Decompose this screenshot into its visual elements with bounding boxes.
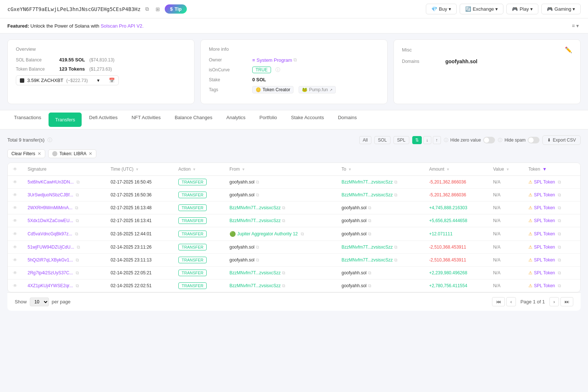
action-filter-icon[interactable]: ▼ <box>192 167 196 171</box>
tab-stake-accounts[interactable]: Stake Accounts <box>284 110 331 129</box>
from-link[interactable]: Jupiter Aggregator Authority 12 <box>237 231 298 236</box>
from-copy-icon[interactable]: ⧉ <box>301 231 304 236</box>
to-link[interactable]: BzzMNvfm7T...zvsisxcSzz <box>342 257 393 263</box>
tab-transactions[interactable]: Transactions <box>7 110 48 129</box>
token-link[interactable]: SPL Token <box>534 218 555 223</box>
sig-copy-icon[interactable]: ⧉ <box>76 218 79 223</box>
hide-zero-toggle-switch[interactable] <box>483 137 495 143</box>
from-copy-icon[interactable]: ⧉ <box>256 257 259 263</box>
next-page-button[interactable]: › <box>549 297 559 306</box>
row-eye-icon[interactable]: 👁 <box>13 283 17 288</box>
to-link[interactable]: BzzMNvfm7T...zvsisxcSzz <box>342 245 393 250</box>
token-filter-x-icon[interactable]: ✕ <box>89 151 92 156</box>
to-link[interactable]: BzzMNvfm7T...zvsisxcSzz <box>342 179 393 185</box>
misc-edit-button[interactable]: ✏️ <box>565 46 572 53</box>
featured-link[interactable]: Solscan Pro API V2. <box>101 23 144 29</box>
from-link[interactable]: BzzMNvfm7T...zvsisxcSzz <box>229 205 281 210</box>
clear-filters-tag[interactable]: Clear Filters ✕ <box>7 149 45 158</box>
tab-portfolio[interactable]: Portfolio <box>253 110 284 129</box>
sort-up-button[interactable]: ↑ <box>433 136 441 144</box>
from-filter-icon[interactable]: ▼ <box>242 167 245 171</box>
from-link[interactable]: BzzMNvfm7T...zvsisxcSzz <box>229 270 281 275</box>
to-copy-icon[interactable]: ⧉ <box>368 218 371 223</box>
last-page-button[interactable]: ⏭ <box>560 297 573 306</box>
calendar-icon[interactable]: 📅 <box>109 78 115 83</box>
signature-link[interactable]: 3UrSwdjuoNSbzCJBf... <box>28 192 73 197</box>
sort-both-button[interactable]: ⇅ <box>412 136 422 144</box>
row-eye-icon[interactable]: 👁 <box>13 192 17 197</box>
exchange-button[interactable]: 🔄 Exchange ▾ <box>460 4 503 14</box>
to-copy-icon[interactable]: ⧉ <box>394 245 398 250</box>
sig-copy-icon[interactable]: ⧉ <box>76 283 79 288</box>
row-eye-icon[interactable]: 👁 <box>13 205 17 210</box>
token-copy-icon[interactable]: ⧉ <box>558 205 561 210</box>
copy-address-button[interactable]: ⧉ <box>143 5 151 13</box>
token-link[interactable]: SPL Token <box>534 257 555 263</box>
row-eye-icon[interactable]: 👁 <box>13 257 17 263</box>
token-copy-icon[interactable]: ⧉ <box>558 257 561 263</box>
time-filter-icon[interactable]: ▼ <box>135 167 139 171</box>
signature-link[interactable]: 4XZ1pKUj4YWSE2qr... <box>28 283 73 288</box>
signature-link[interactable]: 5xt6hvKCawHUn3DN... <box>28 179 74 185</box>
sig-copy-icon[interactable]: ⧉ <box>77 245 80 250</box>
from-copy-icon[interactable]: ⧉ <box>282 218 285 223</box>
token-link[interactable]: SPL Token <box>534 192 555 197</box>
buy-button[interactable]: 💎 Buy ▾ <box>426 4 457 14</box>
play-button[interactable]: 🎮 Play ▾ <box>506 4 538 14</box>
from-link[interactable]: BzzMNvfm7T...zvsisxcSzz <box>229 218 281 223</box>
first-page-button[interactable]: ⏮ <box>492 297 505 306</box>
row-eye-icon[interactable]: 👁 <box>13 270 17 275</box>
signature-link[interactable]: 5hQi2iR7qLXBykGv1... <box>28 257 73 263</box>
to-copy-icon[interactable]: ⧉ <box>394 179 398 185</box>
tab-transfers[interactable]: Transfers <box>49 113 82 127</box>
all-filter-button[interactable]: All <box>359 136 371 144</box>
token-link[interactable]: SPL Token <box>534 179 555 185</box>
sig-copy-icon[interactable]: ⧉ <box>75 205 78 210</box>
featured-menu-button[interactable]: ≡ ▾ <box>570 22 581 29</box>
row-eye-icon[interactable]: 👁 <box>13 245 17 250</box>
from-copy-icon[interactable]: ⧉ <box>282 283 285 288</box>
from-copy-icon[interactable]: ⧉ <box>282 270 285 275</box>
from-copy-icon[interactable]: ⧉ <box>256 192 259 197</box>
prev-page-button[interactable]: ‹ <box>506 297 516 306</box>
gaming-button[interactable]: 🎮 Gaming ▾ <box>541 4 581 14</box>
sig-copy-icon[interactable]: ⧉ <box>76 257 79 263</box>
clear-filters-x-icon[interactable]: ✕ <box>38 151 41 156</box>
sig-copy-icon[interactable]: ⧉ <box>76 192 79 197</box>
from-link[interactable]: BzzMNvfm7T...zvsisxcSzz <box>229 283 281 288</box>
to-copy-icon[interactable]: ⧉ <box>394 257 398 263</box>
value-filter-icon[interactable]: ▼ <box>506 167 510 171</box>
token-link[interactable]: SPL Token <box>534 231 555 236</box>
to-copy-icon[interactable]: ⧉ <box>394 192 398 197</box>
token-link[interactable]: SPL Token <box>534 205 555 210</box>
signature-link[interactable]: 5Xdx1DwXZaCowEU... <box>28 218 73 223</box>
per-page-select[interactable]: 10 25 50 <box>30 297 49 306</box>
tab-nft-activities[interactable]: NFT Activities <box>125 110 167 129</box>
export-csv-button[interactable]: ⬇ Export CSV <box>542 135 581 145</box>
sol-filter-button[interactable]: SOL <box>374 136 391 144</box>
row-eye-icon[interactable]: 👁 <box>13 218 17 223</box>
to-copy-icon[interactable]: ⧉ <box>368 205 371 210</box>
tab-analytics[interactable]: Analytics <box>220 110 252 129</box>
token-link[interactable]: SPL Token <box>534 270 555 275</box>
token-copy-icon[interactable]: ⧉ <box>558 270 561 275</box>
token-copy-icon[interactable]: ⧉ <box>558 245 561 250</box>
from-copy-icon[interactable]: ⧉ <box>256 179 259 185</box>
tip-button[interactable]: $ Tip <box>165 4 187 14</box>
tab-domains[interactable]: Domains <box>331 110 363 129</box>
token-copy-icon[interactable]: ⧉ <box>558 192 561 197</box>
sort-down-button[interactable]: ↓ <box>423 136 431 144</box>
tab-defi-activities[interactable]: Defi Activities <box>82 110 124 129</box>
signature-link[interactable]: 2WXRH9WmMiMmA... <box>28 205 72 210</box>
to-link[interactable]: BzzMNvfm7T...zvsisxcSzz <box>342 192 393 197</box>
to-copy-icon[interactable]: ⧉ <box>368 270 371 275</box>
token-copy-icon[interactable]: ⧉ <box>558 283 561 288</box>
to-copy-icon[interactable]: ⧉ <box>368 283 371 288</box>
token-link[interactable]: SPL Token <box>534 283 555 288</box>
row-eye-icon[interactable]: 👁 <box>13 179 17 185</box>
token-filter-active-icon[interactable]: ▼ <box>542 167 547 172</box>
tab-balance-changes[interactable]: Balance Changes <box>168 110 219 129</box>
owner-link[interactable]: ≡ System Program ⧉ <box>252 57 297 63</box>
row-eye-icon[interactable]: 👁 <box>13 231 17 236</box>
sig-copy-icon[interactable]: ⧉ <box>76 270 79 275</box>
